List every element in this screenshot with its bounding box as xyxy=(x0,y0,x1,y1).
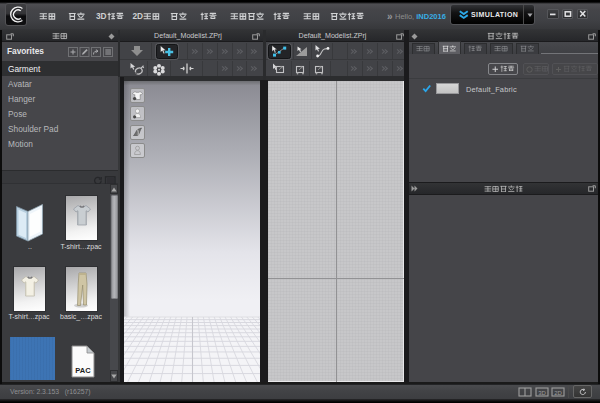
svg-text:3D: 3D xyxy=(538,389,546,395)
svg-text:PAC: PAC xyxy=(75,366,91,375)
svg-text:2D: 2D xyxy=(554,389,562,395)
